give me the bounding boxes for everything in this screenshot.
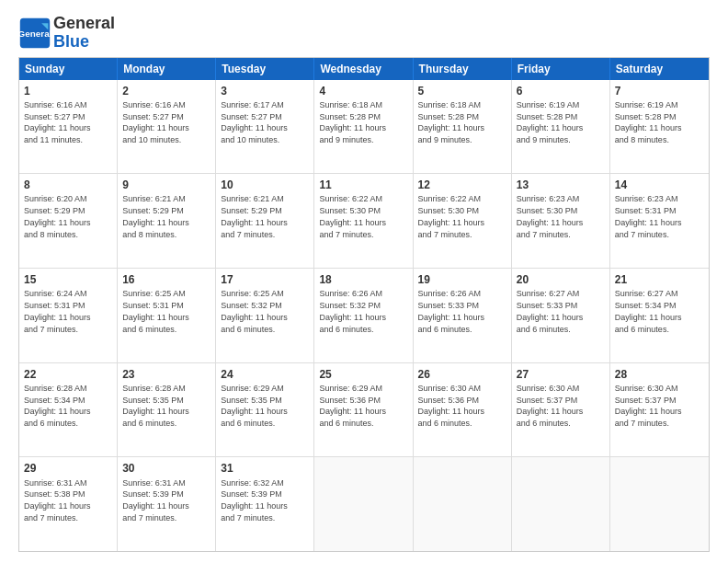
cell-info: Sunrise: 6:29 AMSunset: 5:36 PMDaylight:…: [319, 384, 386, 428]
cell-info: Sunrise: 6:26 AMSunset: 5:33 PMDaylight:…: [418, 289, 485, 333]
calendar-header: SundayMondayTuesdayWednesdayThursdayFrid…: [19, 58, 709, 80]
cell-info: Sunrise: 6:31 AMSunset: 5:39 PMDaylight:…: [122, 478, 189, 523]
cell-info: Sunrise: 6:30 AMSunset: 5:37 PMDaylight:…: [517, 384, 584, 428]
day-number: 23: [122, 367, 210, 382]
day-number: 28: [615, 367, 704, 382]
cell-info: Sunrise: 6:26 AMSunset: 5:32 PMDaylight:…: [319, 289, 386, 333]
cell-info: Sunrise: 6:25 AMSunset: 5:31 PMDaylight:…: [122, 289, 189, 333]
header-day-friday: Friday: [512, 58, 610, 80]
calendar-cell: 27Sunrise: 6:30 AMSunset: 5:37 PMDayligh…: [512, 363, 610, 457]
cell-info: Sunrise: 6:23 AMSunset: 5:31 PMDaylight:…: [615, 194, 682, 238]
cell-info: Sunrise: 6:17 AMSunset: 5:27 PMDaylight:…: [221, 100, 288, 144]
cell-info: Sunrise: 6:22 AMSunset: 5:30 PMDaylight:…: [418, 194, 485, 238]
day-number: 26: [418, 367, 506, 382]
day-number: 5: [418, 84, 506, 98]
svg-text:General: General: [18, 28, 51, 38]
calendar-cell: 26Sunrise: 6:30 AMSunset: 5:36 PMDayligh…: [414, 363, 512, 457]
day-number: 6: [517, 84, 605, 98]
calendar-cell: 5Sunrise: 6:18 AMSunset: 5:28 PMDaylight…: [414, 80, 512, 174]
cell-info: Sunrise: 6:27 AMSunset: 5:34 PMDaylight:…: [615, 289, 682, 333]
calendar-cell: 30Sunrise: 6:31 AMSunset: 5:39 PMDayligh…: [118, 457, 216, 551]
calendar-cell: 7Sunrise: 6:19 AMSunset: 5:28 PMDaylight…: [610, 80, 709, 174]
calendar-cell: 12Sunrise: 6:22 AMSunset: 5:30 PMDayligh…: [414, 174, 512, 268]
day-number: 30: [122, 461, 210, 476]
logo-general: General: [53, 15, 115, 33]
cell-info: Sunrise: 6:28 AMSunset: 5:34 PMDaylight:…: [24, 384, 91, 428]
day-number: 21: [615, 272, 704, 287]
cell-info: Sunrise: 6:31 AMSunset: 5:38 PMDaylight:…: [24, 478, 91, 523]
calendar-week-5: 29Sunrise: 6:31 AMSunset: 5:38 PMDayligh…: [19, 457, 709, 551]
cell-info: Sunrise: 6:29 AMSunset: 5:35 PMDaylight:…: [221, 384, 288, 428]
cell-info: Sunrise: 6:24 AMSunset: 5:31 PMDaylight:…: [24, 289, 91, 333]
calendar-cell: 1Sunrise: 6:16 AMSunset: 5:27 PMDaylight…: [19, 80, 118, 174]
calendar-cell: [414, 457, 512, 551]
logo-icon: General: [18, 17, 51, 50]
calendar-cell: 8Sunrise: 6:20 AMSunset: 5:29 PMDaylight…: [19, 174, 118, 268]
calendar-cell: 16Sunrise: 6:25 AMSunset: 5:31 PMDayligh…: [118, 269, 216, 362]
day-number: 19: [418, 272, 506, 287]
day-number: 17: [221, 272, 309, 287]
cell-info: Sunrise: 6:27 AMSunset: 5:33 PMDaylight:…: [517, 289, 584, 333]
cell-info: Sunrise: 6:18 AMSunset: 5:28 PMDaylight:…: [319, 100, 386, 144]
day-number: 29: [24, 461, 112, 476]
day-number: 11: [319, 178, 407, 192]
cell-info: Sunrise: 6:22 AMSunset: 5:30 PMDaylight:…: [319, 194, 386, 238]
cell-info: Sunrise: 6:30 AMSunset: 5:37 PMDaylight:…: [615, 384, 682, 428]
calendar-cell: 22Sunrise: 6:28 AMSunset: 5:34 PMDayligh…: [19, 363, 118, 457]
day-number: 18: [319, 272, 407, 287]
day-number: 13: [517, 178, 605, 192]
calendar-cell: 24Sunrise: 6:29 AMSunset: 5:35 PMDayligh…: [216, 363, 314, 457]
cell-info: Sunrise: 6:30 AMSunset: 5:36 PMDaylight:…: [418, 384, 485, 428]
cell-info: Sunrise: 6:20 AMSunset: 5:29 PMDaylight:…: [24, 194, 91, 238]
day-number: 10: [221, 178, 309, 192]
calendar-cell: 20Sunrise: 6:27 AMSunset: 5:33 PMDayligh…: [512, 269, 610, 362]
day-number: 9: [122, 178, 210, 192]
day-number: 25: [319, 367, 407, 382]
calendar-cell: 11Sunrise: 6:22 AMSunset: 5:30 PMDayligh…: [314, 174, 413, 268]
calendar-cell: 28Sunrise: 6:30 AMSunset: 5:37 PMDayligh…: [610, 363, 709, 457]
cell-info: Sunrise: 6:21 AMSunset: 5:29 PMDaylight:…: [122, 194, 189, 238]
cell-info: Sunrise: 6:18 AMSunset: 5:28 PMDaylight:…: [418, 100, 485, 144]
calendar-cell: 29Sunrise: 6:31 AMSunset: 5:38 PMDayligh…: [19, 457, 118, 551]
calendar-cell: 23Sunrise: 6:28 AMSunset: 5:35 PMDayligh…: [118, 363, 216, 457]
calendar-cell: 17Sunrise: 6:25 AMSunset: 5:32 PMDayligh…: [216, 269, 314, 362]
day-number: 22: [24, 367, 112, 382]
header-day-wednesday: Wednesday: [314, 58, 413, 80]
logo: General General Blue: [18, 15, 115, 52]
day-number: 31: [221, 461, 309, 476]
calendar-cell: 9Sunrise: 6:21 AMSunset: 5:29 PMDaylight…: [118, 174, 216, 268]
calendar-cell: 13Sunrise: 6:23 AMSunset: 5:30 PMDayligh…: [512, 174, 610, 268]
calendar-cell: 19Sunrise: 6:26 AMSunset: 5:33 PMDayligh…: [414, 269, 512, 362]
day-number: 20: [517, 272, 605, 287]
day-number: 8: [24, 178, 112, 192]
calendar-cell: 6Sunrise: 6:19 AMSunset: 5:28 PMDaylight…: [512, 80, 610, 174]
day-number: 27: [517, 367, 605, 382]
cell-info: Sunrise: 6:32 AMSunset: 5:39 PMDaylight:…: [221, 478, 288, 523]
day-number: 3: [221, 84, 309, 98]
calendar-cell: [314, 457, 413, 551]
calendar-week-2: 8Sunrise: 6:20 AMSunset: 5:29 PMDaylight…: [19, 174, 709, 269]
calendar-cell: [512, 457, 610, 551]
cell-info: Sunrise: 6:16 AMSunset: 5:27 PMDaylight:…: [24, 100, 91, 144]
calendar-cell: 21Sunrise: 6:27 AMSunset: 5:34 PMDayligh…: [610, 269, 709, 362]
cell-info: Sunrise: 6:19 AMSunset: 5:28 PMDaylight:…: [517, 100, 584, 144]
calendar-cell: 2Sunrise: 6:16 AMSunset: 5:27 PMDaylight…: [118, 80, 216, 174]
calendar-cell: 3Sunrise: 6:17 AMSunset: 5:27 PMDaylight…: [216, 80, 314, 174]
day-number: 16: [122, 272, 210, 287]
cell-info: Sunrise: 6:16 AMSunset: 5:27 PMDaylight:…: [122, 100, 189, 144]
calendar-week-1: 1Sunrise: 6:16 AMSunset: 5:27 PMDaylight…: [19, 80, 709, 175]
calendar-cell: 15Sunrise: 6:24 AMSunset: 5:31 PMDayligh…: [19, 269, 118, 362]
header-day-saturday: Saturday: [610, 58, 709, 80]
calendar-cell: 31Sunrise: 6:32 AMSunset: 5:39 PMDayligh…: [216, 457, 314, 551]
calendar-cell: [610, 457, 709, 551]
calendar-cell: 10Sunrise: 6:21 AMSunset: 5:29 PMDayligh…: [216, 174, 314, 268]
day-number: 15: [24, 272, 112, 287]
cell-info: Sunrise: 6:23 AMSunset: 5:30 PMDaylight:…: [517, 194, 584, 238]
header-day-sunday: Sunday: [19, 58, 118, 80]
calendar-cell: 18Sunrise: 6:26 AMSunset: 5:32 PMDayligh…: [314, 269, 413, 362]
day-number: 4: [319, 84, 407, 98]
day-number: 7: [615, 84, 704, 98]
cell-info: Sunrise: 6:28 AMSunset: 5:35 PMDaylight:…: [122, 384, 189, 428]
calendar-week-4: 22Sunrise: 6:28 AMSunset: 5:34 PMDayligh…: [19, 363, 709, 458]
calendar-cell: 4Sunrise: 6:18 AMSunset: 5:28 PMDaylight…: [314, 80, 413, 174]
